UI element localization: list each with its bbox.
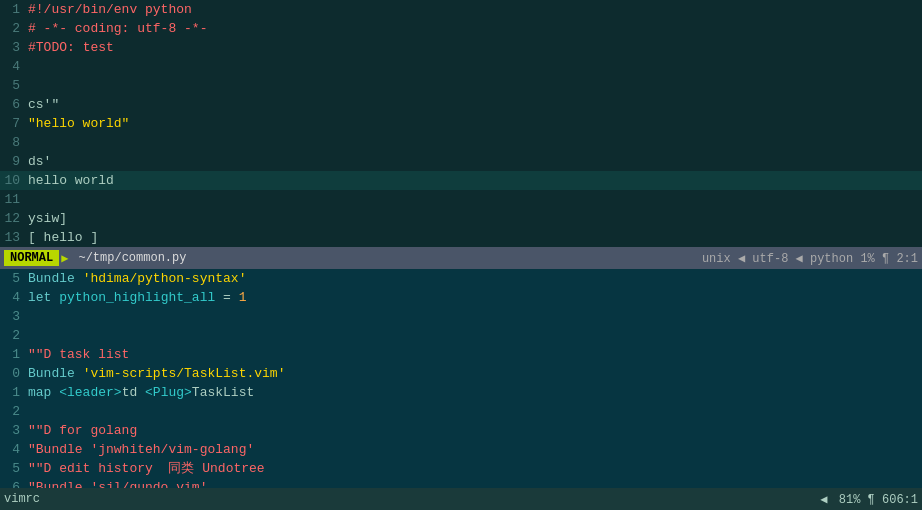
code-line: 3 #TODO: test [0,38,922,57]
line-number: 9 [0,152,28,171]
code-line: 5 Bundle 'hdima/python-syntax' [0,269,922,288]
line-content: ds' [28,152,51,171]
line-content: ysiw] [28,209,67,228]
code-line: 8 [0,133,922,152]
line-number: 1 [0,0,28,19]
code-line: 7 "hello world" [0,114,922,133]
line-number: 2 [0,402,28,421]
status-right-info: unix ◀ utf-8 ◀ python 1% ¶ 2:1 [702,251,918,266]
status-bar-1: NORMAL ▶ ~/tmp/common.py unix ◀ utf-8 ◀ … [0,247,922,269]
code-line: 6 "Bundle 'sjl/gundo.vim' [0,478,922,488]
line-number: 4 [0,57,28,76]
code-line: 5 ""D edit history 同类 Undotree [0,459,922,478]
line-number: 3 [0,307,28,326]
line-content: [ hello ] [28,228,98,247]
code-line: 2 [0,402,922,421]
line-number: 8 [0,133,28,152]
code-line: 4 [0,57,922,76]
line-number: 12 [0,209,28,228]
second-editor: 5 Bundle 'hdima/python-syntax' 4 let pyt… [0,269,922,488]
line-number: 6 [0,478,28,488]
line-content: let python_highlight_all = 1 [28,288,246,307]
line-number: 0 [0,364,28,383]
line-number: 4 [0,288,28,307]
line-content: ""D task list [28,345,129,364]
editor-container: 1 #!/usr/bin/env python 2 # -*- coding: … [0,0,922,510]
code-line: 3 [0,307,922,326]
line-number: 2 [0,19,28,38]
main-editor: 1 #!/usr/bin/env python 2 # -*- coding: … [0,0,922,247]
line-content: ""D for golang [28,421,137,440]
line-number: 13 [0,228,28,247]
line-content: cs'" [28,95,59,114]
line-number: 5 [0,76,28,95]
line-number: 11 [0,190,28,209]
line-content: hello world [28,171,114,190]
status-bar-2: vimrc ◀ 81% ¶ 606:1 [0,488,922,510]
code-line: 1 #!/usr/bin/env python [0,0,922,19]
line-number: 3 [0,421,28,440]
line-content: map <leader>td <Plug>TaskList [28,383,254,402]
code-line: 2 # -*- coding: utf-8 -*- [0,19,922,38]
line-content: Bundle 'hdima/python-syntax' [28,269,246,288]
code-line: 5 [0,76,922,95]
line-content: #!/usr/bin/env python [28,0,192,19]
line-content: "Bundle 'sjl/gundo.vim' [28,478,207,488]
line-number: 5 [0,269,28,288]
code-line: 2 [0,326,922,345]
code-line: 3 ""D for golang [0,421,922,440]
mode-indicator: NORMAL [4,250,59,266]
line-content: # -*- coding: utf-8 -*- [28,19,207,38]
code-line: 4 "Bundle 'jnwhiteh/vim-golang' [0,440,922,459]
line-number: 1 [0,383,28,402]
bottom-filename: vimrc [4,492,40,506]
line-content: Bundle 'vim-scripts/TaskList.vim' [28,364,285,383]
line-number: 7 [0,114,28,133]
code-line: 1 ""D task list [0,345,922,364]
line-number: 4 [0,440,28,459]
bottom-position: 81% ¶ 606:1 [839,493,918,507]
mode-arrow: ▶ [59,251,70,266]
file-path: ~/tmp/common.py [70,251,194,265]
code-line: 9 ds' [0,152,922,171]
code-line: 6 cs'" [0,95,922,114]
line-number: 3 [0,38,28,57]
code-line: 12 ysiw] [0,209,922,228]
line-number: 5 [0,459,28,478]
line-number: 10 [0,171,28,190]
line-content: #TODO: test [28,38,114,57]
line-number: 1 [0,345,28,364]
line-content: "hello world" [28,114,129,133]
scroll-left-arrow: ◀ [820,493,827,507]
bottom-right-info: ◀ 81% ¶ 606:1 [820,492,918,507]
line-content: "Bundle 'jnwhiteh/vim-golang' [28,440,254,459]
line-content: ""D edit history 同类 Undotree [28,459,265,478]
line-number: 2 [0,326,28,345]
code-line: 13 [ hello ] [0,228,922,247]
line-number: 6 [0,95,28,114]
code-line: 1 map <leader>td <Plug>TaskList [0,383,922,402]
code-line-highlighted: 10 hello world [0,171,922,190]
code-line: 4 let python_highlight_all = 1 [0,288,922,307]
code-line: 0 Bundle 'vim-scripts/TaskList.vim' [0,364,922,383]
code-line: 11 [0,190,922,209]
